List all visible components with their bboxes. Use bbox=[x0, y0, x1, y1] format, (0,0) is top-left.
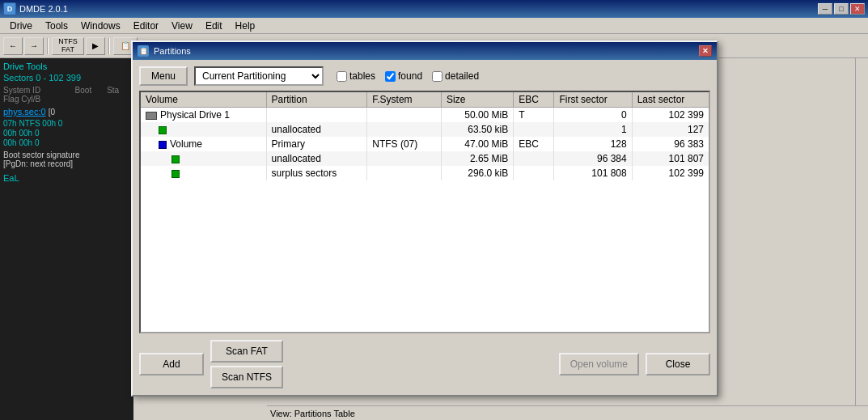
found-checkbox[interactable] bbox=[385, 71, 396, 82]
cell-last-sector: 96 383 bbox=[632, 137, 709, 151]
toolbar-separator bbox=[47, 38, 49, 54]
cell-ebc: T bbox=[514, 108, 554, 123]
toolbar-play[interactable]: ▶ bbox=[86, 37, 105, 55]
cell-fsystem: NTFS (07) bbox=[367, 137, 442, 151]
table-row[interactable]: surplus sectors296.0 kiB101 808102 399 bbox=[141, 166, 709, 180]
cell-fsystem bbox=[367, 166, 442, 180]
left-row-1: 07h NTFS 00h 0 bbox=[3, 118, 130, 128]
dialog-close-button[interactable]: ✕ bbox=[699, 45, 712, 57]
cell-last-sector: 101 807 bbox=[632, 151, 709, 166]
menu-editor[interactable]: Editor bbox=[127, 19, 165, 33]
toolbar-forward[interactable]: → bbox=[24, 37, 44, 55]
maximize-button[interactable]: □ bbox=[834, 3, 849, 15]
tables-checkbox-label[interactable]: tables bbox=[337, 70, 375, 82]
cell-last-sector: 127 bbox=[632, 122, 709, 137]
table-row[interactable]: unallocated63.50 kiB1127 bbox=[141, 122, 709, 137]
dialog-buttons-right: Open volume Close bbox=[559, 353, 710, 375]
drive-tools-label: Drive Tools bbox=[3, 62, 130, 71]
menu-view[interactable]: View bbox=[165, 19, 199, 33]
title-bar: D DMDE 2.0.1 ─ □ ✕ bbox=[0, 0, 868, 18]
cell-size: 2.65 MiB bbox=[442, 151, 514, 166]
scan-fat-button[interactable]: Scan FAT bbox=[210, 340, 283, 363]
toolbar-ntfs-fat[interactable]: NTFSFAT bbox=[52, 37, 84, 55]
partitions-dialog: 📋 Partitions ✕ Menu Current Partitioning… bbox=[131, 40, 718, 397]
cell-ebc bbox=[514, 166, 554, 180]
cell-partition: Primary bbox=[266, 137, 367, 151]
partitions-table: Volume Partition F.System Size EBC First… bbox=[141, 92, 709, 180]
eal-label: EaL bbox=[3, 173, 130, 183]
col-volume: Volume bbox=[141, 92, 266, 108]
menu-bar: Drive Tools Windows Editor View Edit Hel… bbox=[0, 18, 868, 34]
dialog-title-bar: 📋 Partitions ✕ bbox=[133, 42, 717, 60]
cell-size: 296.0 kiB bbox=[442, 166, 514, 180]
cell-volume: Physical Drive 1 bbox=[141, 108, 266, 123]
scan-buttons: Scan FAT Scan NTFS bbox=[210, 340, 283, 388]
col-boot: Boot bbox=[75, 86, 108, 95]
cell-first-sector: 0 bbox=[554, 108, 632, 123]
menu-help[interactable]: Help bbox=[229, 19, 262, 33]
partitions-table-container: Volume Partition F.System Size EBC First… bbox=[139, 91, 710, 333]
cell-partition: surplus sectors bbox=[266, 166, 367, 180]
dialog-buttons-left: Add Scan FAT Scan NTFS bbox=[139, 340, 283, 388]
col-system-id: System ID bbox=[3, 86, 75, 95]
cell-ebc bbox=[514, 151, 554, 166]
col-last-sector: Last sector bbox=[632, 92, 709, 108]
minimize-button[interactable]: ─ bbox=[818, 3, 832, 15]
app-title: DMDE 2.0.1 bbox=[19, 4, 818, 14]
left-panel: Drive Tools Sectors 0 - 102 399 System I… bbox=[0, 58, 133, 420]
right-scrollbar[interactable] bbox=[855, 58, 868, 420]
toolbar-back[interactable]: ← bbox=[3, 37, 23, 55]
left-phys-link[interactable]: phys.sec:0 [0 bbox=[3, 107, 130, 117]
app-icon: D bbox=[3, 2, 16, 15]
tables-checkbox[interactable] bbox=[337, 71, 347, 82]
table-row[interactable]: VolumePrimaryNTFS (07)47.00 MiBEBC12896 … bbox=[141, 137, 709, 151]
scan-ntfs-button[interactable]: Scan NTFS bbox=[210, 366, 283, 388]
open-volume-button[interactable]: Open volume bbox=[559, 353, 639, 375]
cell-partition: unallocated bbox=[266, 151, 367, 166]
title-bar-buttons: ─ □ ✕ bbox=[818, 3, 865, 15]
cell-first-sector: 101 808 bbox=[554, 166, 632, 180]
sectors-label: Sectors 0 - 102 399 bbox=[3, 73, 130, 83]
menu-windows[interactable]: Windows bbox=[74, 19, 127, 33]
cell-fsystem bbox=[367, 122, 442, 137]
menu-tools[interactable]: Tools bbox=[39, 19, 74, 33]
close-dialog-button[interactable]: Close bbox=[646, 353, 710, 375]
cell-last-sector: 102 399 bbox=[632, 166, 709, 180]
close-button[interactable]: ✕ bbox=[850, 3, 865, 15]
found-label: found bbox=[398, 70, 422, 82]
dialog-buttons: Add Scan FAT Scan NTFS Open volume Close bbox=[139, 340, 710, 388]
col-ebc: EBC bbox=[514, 92, 554, 108]
cell-partition: unallocated bbox=[266, 122, 367, 137]
cell-ebc bbox=[514, 122, 554, 137]
cell-partition bbox=[266, 108, 367, 123]
found-checkbox-label[interactable]: found bbox=[385, 70, 422, 82]
dialog-icon: 📋 bbox=[138, 45, 149, 57]
detailed-checkbox[interactable] bbox=[432, 71, 442, 82]
col-partition: Partition bbox=[266, 92, 367, 108]
menu-drive[interactable]: Drive bbox=[3, 19, 39, 33]
pgdn-note: [PgDn: next record] bbox=[3, 159, 130, 168]
add-button[interactable]: Add bbox=[139, 353, 204, 375]
cell-size: 63.50 kiB bbox=[442, 122, 514, 137]
dialog-content: Menu Current Partitioning tables found d… bbox=[133, 60, 717, 395]
left-panel-table: System ID Boot Sta Flag Cyl/B bbox=[3, 86, 130, 104]
status-bar: View: Partitions Table bbox=[267, 405, 868, 420]
tables-label: tables bbox=[349, 70, 375, 82]
cell-volume bbox=[141, 122, 266, 137]
dialog-toolbar: Menu Current Partitioning tables found d… bbox=[139, 66, 710, 86]
table-row[interactable]: unallocated2.65 MiB96 384101 807 bbox=[141, 151, 709, 166]
table-row[interactable]: Physical Drive 150.00 MiBT0102 399 bbox=[141, 108, 709, 123]
menu-button[interactable]: Menu bbox=[139, 66, 188, 86]
cell-fsystem bbox=[367, 108, 442, 123]
detailed-checkbox-label[interactable]: detailed bbox=[432, 70, 479, 82]
cell-size: 50.00 MiB bbox=[442, 108, 514, 123]
cell-ebc: EBC bbox=[514, 137, 554, 151]
menu-edit[interactable]: Edit bbox=[199, 19, 229, 33]
col-flag-cyl: Flag Cyl/B bbox=[3, 95, 130, 104]
col-size: Size bbox=[442, 92, 514, 108]
cell-first-sector: 96 384 bbox=[554, 151, 632, 166]
cell-fsystem bbox=[367, 151, 442, 166]
toolbar-separator2 bbox=[108, 38, 110, 54]
cell-volume bbox=[141, 151, 266, 166]
partitioning-dropdown[interactable]: Current Partitioning bbox=[194, 66, 324, 86]
